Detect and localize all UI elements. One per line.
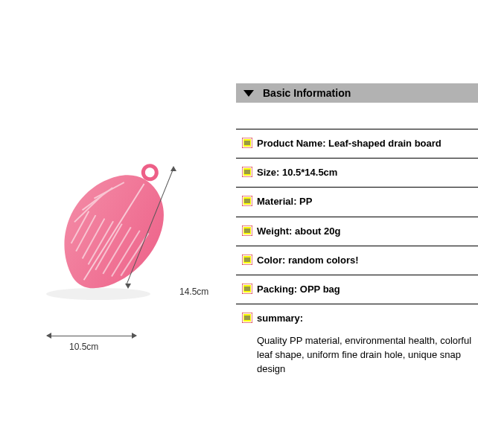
row-text: Size: 10.5*14.5cm: [257, 166, 337, 179]
dimension-width: 10.5cm: [47, 331, 144, 353]
row-text: Product Name: Leaf-shaped drain board: [257, 137, 442, 150]
info-row-material: Material: PP: [236, 188, 478, 217]
arrow-up-icon: [171, 166, 176, 171]
info-header-title: Basic Information: [263, 87, 351, 99]
info-row-weight: Weight: about 20g: [236, 217, 478, 246]
info-row-size: Size: 10.5*14.5cm: [236, 159, 478, 188]
arrow-left-icon: [46, 333, 51, 339]
note-icon: [242, 138, 252, 148]
dimension-width-label: 10.5cm: [69, 342, 98, 352]
info-row-summary: summary:: [236, 304, 478, 331]
note-icon: [242, 167, 252, 177]
arrow-right-icon: [132, 333, 137, 339]
info-row-packing: Packing: OPP bag: [236, 275, 478, 304]
triangle-down-icon: [243, 90, 254, 97]
arrow-down-icon: [125, 284, 131, 289]
info-header-bar: Basic Information: [236, 83, 478, 103]
svg-point-47: [46, 288, 150, 300]
row-text: Color: random colors!: [257, 254, 359, 267]
info-table: Product Name: Leaf-shaped drain board Si…: [236, 129, 478, 377]
note-icon: [242, 255, 252, 265]
info-row-color: Color: random colors!: [236, 246, 478, 275]
note-icon: [242, 196, 252, 206]
dimension-line: [47, 336, 136, 336]
svg-point-35: [141, 164, 159, 181]
page: Basic Information Product Name: Leaf-sha…: [0, 0, 478, 448]
row-text: Material: PP: [257, 195, 312, 208]
row-text: Packing: OPP bag: [257, 283, 340, 296]
summary-title: summary:: [257, 312, 303, 325]
product-image-area: 10.5cm 14.5cm: [13, 138, 229, 376]
note-icon: [242, 284, 252, 294]
dimension-height-label: 14.5cm: [179, 287, 208, 297]
note-icon: [242, 313, 252, 323]
summary-body: Quality PP material, environmental healt…: [257, 334, 478, 377]
note-icon: [242, 225, 252, 236]
row-text: Weight: about 20g: [257, 225, 340, 238]
dimension-height: 14.5cm: [159, 167, 218, 316]
info-row-product-name: Product Name: Leaf-shaped drain board: [236, 129, 478, 159]
